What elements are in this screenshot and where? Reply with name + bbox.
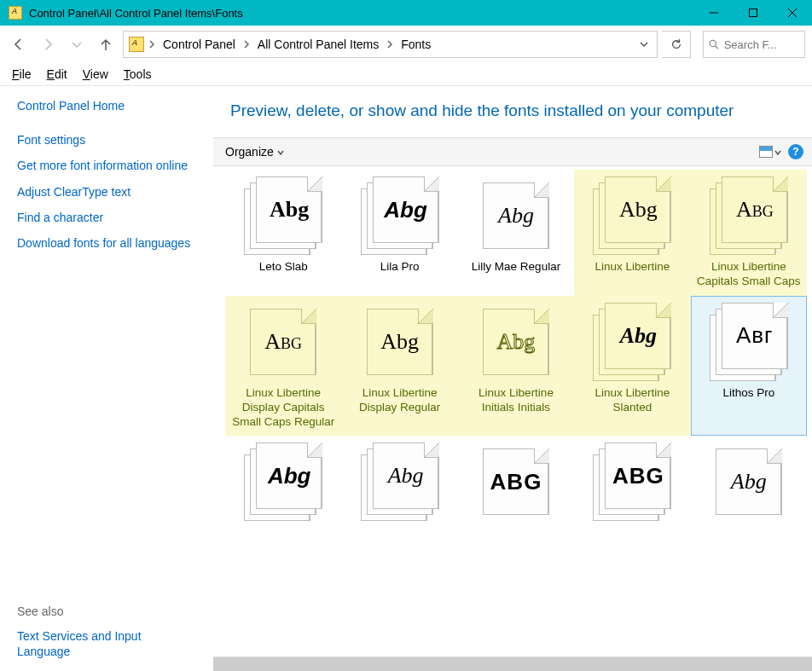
sidebar-home-link[interactable]: Control Panel Home (17, 98, 196, 113)
sidebar-link-more-info[interactable]: Get more font information online (17, 158, 196, 173)
toolbar: Organize ? (213, 137, 812, 166)
menu-view[interactable]: View (76, 66, 115, 83)
recent-dropdown[interactable] (65, 32, 89, 56)
font-preview-icon: Abg (710, 176, 788, 255)
font-item[interactable]: AbgLeto Slab (225, 170, 341, 296)
up-button[interactable] (94, 32, 118, 56)
chevron-right-icon[interactable] (242, 38, 251, 51)
font-item[interactable]: ABG (574, 436, 690, 518)
page-heading: Preview, delete, or show and hide the fo… (213, 86, 812, 137)
help-button[interactable]: ? (788, 144, 803, 159)
chevron-right-icon[interactable] (386, 38, 394, 51)
sidebar-link-find-character[interactable]: Find a character (17, 210, 196, 225)
font-preview-icon: Abg (244, 443, 322, 511)
font-preview-icon: Abg (477, 176, 555, 255)
font-item-label: Linux Libertine Slanted (579, 386, 685, 415)
svg-rect-1 (750, 9, 757, 17)
font-preview-icon: Abg (244, 303, 322, 381)
font-item[interactable]: AbgLinux Libertine Initials Initials (458, 296, 574, 437)
view-icon (759, 146, 773, 158)
font-preview-icon: Abg (361, 443, 439, 511)
font-item[interactable]: Abg (691, 436, 807, 518)
font-item[interactable]: AbgLilly Mae Regular (458, 170, 574, 296)
content-area: Control Panel Home Font settings Get mor… (0, 85, 812, 671)
menu-bar: File Edit View Tools (0, 63, 812, 85)
font-item-label: Lila Pro (380, 260, 420, 275)
address-history-dropdown[interactable] (635, 32, 653, 57)
font-preview-icon: Abg (244, 176, 322, 255)
horizontal-scrollbar[interactable] (213, 657, 812, 671)
search-input[interactable] (724, 38, 799, 51)
font-preview-icon: Abg (361, 176, 439, 255)
font-preview-icon: Abg (593, 176, 671, 255)
app-icon (9, 6, 22, 20)
navigation-bar: Control Panel All Control Panel Items Fo… (0, 26, 812, 63)
search-box[interactable] (703, 31, 805, 58)
font-preview-icon: Abg (593, 303, 671, 381)
font-item[interactable]: AвгLithos Pro (691, 296, 807, 437)
font-item[interactable]: ABG (458, 436, 574, 518)
font-item[interactable]: AbgLinux Libertine (574, 170, 690, 296)
address-bar[interactable]: Control Panel All Control Panel Items Fo… (123, 31, 658, 58)
chevron-right-icon[interactable] (148, 38, 156, 51)
menu-tools[interactable]: Tools (117, 66, 159, 83)
sidebar-link-cleartype[interactable]: Adjust ClearType text (17, 184, 196, 200)
font-item-label: Lithos Pro (722, 386, 774, 401)
breadcrumb-item[interactable]: Fonts (397, 36, 434, 53)
see-also-label: See also (17, 604, 196, 618)
font-item-label: Linux Libertine (594, 260, 670, 275)
maximize-button[interactable] (734, 0, 773, 26)
svg-line-6 (716, 46, 718, 49)
font-preview-icon: ABG (477, 443, 555, 511)
see-also-link-text-services[interactable]: Text Services and Input Language (17, 628, 196, 659)
chevron-down-icon (277, 145, 284, 159)
sidebar-link-download-fonts[interactable]: Download fonts for all languages (17, 235, 196, 251)
font-preview-icon: ABG (593, 443, 671, 511)
main-panel: Preview, delete, or show and hide the fo… (213, 86, 812, 671)
font-item-label: Linux Libertine Capitals Small Caps (696, 260, 802, 289)
chevron-down-icon (774, 145, 781, 159)
folder-icon (129, 37, 144, 52)
font-item-label: Linux Libertine Display Regular (347, 386, 453, 415)
font-preview-icon: Abg (710, 443, 788, 511)
close-button[interactable] (773, 0, 812, 26)
view-options-button[interactable] (757, 143, 783, 160)
font-preview-icon: Aвг (710, 303, 788, 381)
font-item[interactable]: Abg (341, 436, 457, 518)
font-preview-icon: Abg (477, 303, 555, 381)
font-item-label: Lilly Mae Regular (472, 260, 560, 275)
font-item-label: Linux Libertine Initials Initials (463, 386, 569, 415)
back-button[interactable] (7, 32, 31, 56)
breadcrumb-item[interactable]: Control Panel (160, 36, 239, 53)
sidebar: Control Panel Home Font settings Get mor… (0, 86, 213, 671)
organize-label: Organize (225, 145, 274, 159)
font-item[interactable]: Abg (225, 436, 341, 518)
sidebar-link-font-settings[interactable]: Font settings (17, 132, 196, 148)
font-item[interactable]: AbgLinux Libertine Slanted (574, 296, 690, 437)
font-item[interactable]: AbgLinux Libertine Display Capitals Smal… (225, 296, 341, 437)
font-item[interactable]: AbgLila Pro (341, 170, 457, 296)
menu-file[interactable]: File (5, 66, 38, 83)
minimize-button[interactable] (694, 0, 734, 26)
menu-edit[interactable]: Edit (40, 66, 74, 83)
search-icon (709, 38, 719, 50)
font-grid-scroll[interactable]: AbgLeto SlabAbgLila ProAbgLilly Mae Regu… (213, 166, 812, 671)
forward-button[interactable] (36, 32, 60, 56)
font-preview-icon: Abg (361, 303, 439, 381)
breadcrumb-item[interactable]: All Control Panel Items (254, 36, 382, 53)
svg-point-5 (710, 40, 716, 46)
font-item[interactable]: AbgLinux Libertine Display Regular (341, 296, 457, 437)
font-item[interactable]: AbgLinux Libertine Capitals Small Caps (691, 170, 807, 296)
font-item-label: Linux Libertine Display Capitals Small C… (230, 386, 336, 430)
organize-button[interactable]: Organize (222, 143, 287, 160)
window-title: Control Panel\All Control Panel Items\Fo… (29, 7, 694, 20)
refresh-button[interactable] (662, 31, 691, 58)
font-item-label: Leto Slab (259, 260, 308, 275)
titlebar: Control Panel\All Control Panel Items\Fo… (0, 0, 812, 26)
font-grid: AbgLeto SlabAbgLila ProAbgLilly Mae Regu… (213, 166, 812, 521)
